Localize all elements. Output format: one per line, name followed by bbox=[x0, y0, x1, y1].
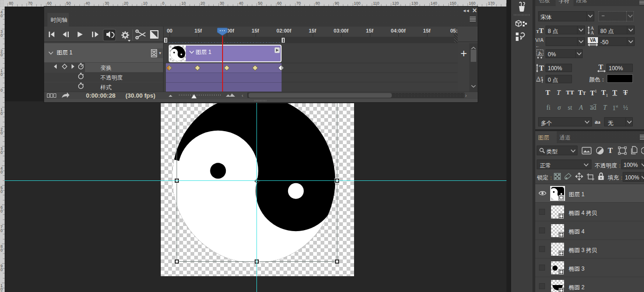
svg-text:T: T bbox=[539, 64, 544, 72]
svg-text:T: T bbox=[598, 64, 603, 71]
svg-text:A: A bbox=[536, 75, 541, 82]
svg-text:A: A bbox=[591, 30, 594, 35]
svg-text:a: a bbox=[541, 75, 543, 80]
svg-text:あ: あ bbox=[538, 51, 543, 56]
